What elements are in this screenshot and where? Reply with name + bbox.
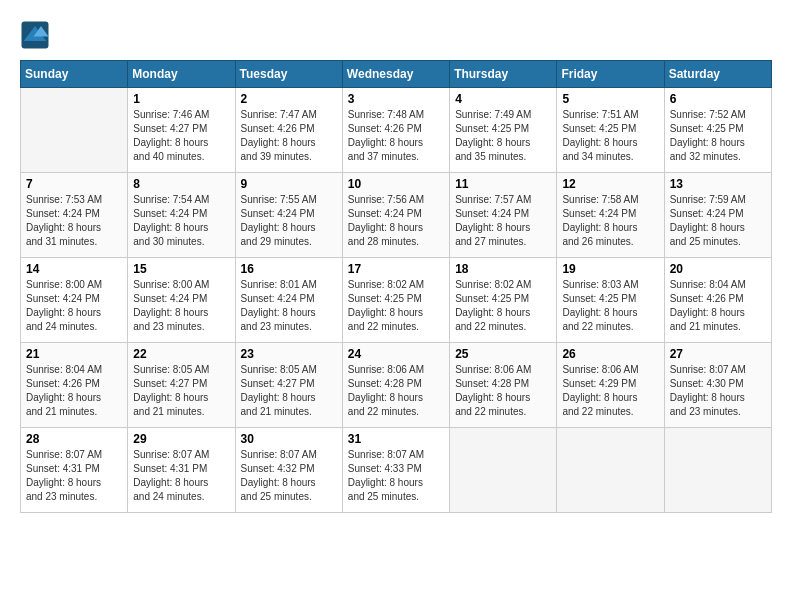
day-number: 16 <box>241 262 337 276</box>
day-info: Sunrise: 7:47 AM Sunset: 4:26 PM Dayligh… <box>241 108 337 164</box>
weekday-header-wednesday: Wednesday <box>342 61 449 88</box>
day-number: 18 <box>455 262 551 276</box>
calendar-cell: 5Sunrise: 7:51 AM Sunset: 4:25 PM Daylig… <box>557 88 664 173</box>
day-info: Sunrise: 7:46 AM Sunset: 4:27 PM Dayligh… <box>133 108 229 164</box>
day-info: Sunrise: 8:07 AM Sunset: 4:31 PM Dayligh… <box>133 448 229 504</box>
day-number: 25 <box>455 347 551 361</box>
calendar-cell: 18Sunrise: 8:02 AM Sunset: 4:25 PM Dayli… <box>450 258 557 343</box>
day-info: Sunrise: 8:02 AM Sunset: 4:25 PM Dayligh… <box>348 278 444 334</box>
calendar-week-1: 1Sunrise: 7:46 AM Sunset: 4:27 PM Daylig… <box>21 88 772 173</box>
day-number: 29 <box>133 432 229 446</box>
day-info: Sunrise: 8:01 AM Sunset: 4:24 PM Dayligh… <box>241 278 337 334</box>
calendar-cell <box>557 428 664 513</box>
day-info: Sunrise: 8:02 AM Sunset: 4:25 PM Dayligh… <box>455 278 551 334</box>
weekday-header-sunday: Sunday <box>21 61 128 88</box>
day-number: 21 <box>26 347 122 361</box>
calendar-cell: 16Sunrise: 8:01 AM Sunset: 4:24 PM Dayli… <box>235 258 342 343</box>
calendar-body: 1Sunrise: 7:46 AM Sunset: 4:27 PM Daylig… <box>21 88 772 513</box>
day-info: Sunrise: 8:06 AM Sunset: 4:28 PM Dayligh… <box>348 363 444 419</box>
calendar-header-row: SundayMondayTuesdayWednesdayThursdayFrid… <box>21 61 772 88</box>
day-info: Sunrise: 8:04 AM Sunset: 4:26 PM Dayligh… <box>26 363 122 419</box>
calendar-cell: 14Sunrise: 8:00 AM Sunset: 4:24 PM Dayli… <box>21 258 128 343</box>
day-info: Sunrise: 7:52 AM Sunset: 4:25 PM Dayligh… <box>670 108 766 164</box>
day-number: 11 <box>455 177 551 191</box>
day-info: Sunrise: 8:07 AM Sunset: 4:33 PM Dayligh… <box>348 448 444 504</box>
logo <box>20 20 54 50</box>
day-number: 28 <box>26 432 122 446</box>
calendar: SundayMondayTuesdayWednesdayThursdayFrid… <box>20 60 772 513</box>
calendar-cell: 24Sunrise: 8:06 AM Sunset: 4:28 PM Dayli… <box>342 343 449 428</box>
day-info: Sunrise: 8:00 AM Sunset: 4:24 PM Dayligh… <box>26 278 122 334</box>
day-info: Sunrise: 7:53 AM Sunset: 4:24 PM Dayligh… <box>26 193 122 249</box>
day-info: Sunrise: 7:57 AM Sunset: 4:24 PM Dayligh… <box>455 193 551 249</box>
calendar-cell: 25Sunrise: 8:06 AM Sunset: 4:28 PM Dayli… <box>450 343 557 428</box>
day-number: 6 <box>670 92 766 106</box>
day-info: Sunrise: 8:00 AM Sunset: 4:24 PM Dayligh… <box>133 278 229 334</box>
day-info: Sunrise: 8:06 AM Sunset: 4:28 PM Dayligh… <box>455 363 551 419</box>
calendar-cell: 11Sunrise: 7:57 AM Sunset: 4:24 PM Dayli… <box>450 173 557 258</box>
day-info: Sunrise: 7:49 AM Sunset: 4:25 PM Dayligh… <box>455 108 551 164</box>
calendar-cell: 15Sunrise: 8:00 AM Sunset: 4:24 PM Dayli… <box>128 258 235 343</box>
calendar-cell: 23Sunrise: 8:05 AM Sunset: 4:27 PM Dayli… <box>235 343 342 428</box>
calendar-cell: 19Sunrise: 8:03 AM Sunset: 4:25 PM Dayli… <box>557 258 664 343</box>
calendar-cell: 10Sunrise: 7:56 AM Sunset: 4:24 PM Dayli… <box>342 173 449 258</box>
calendar-cell: 28Sunrise: 8:07 AM Sunset: 4:31 PM Dayli… <box>21 428 128 513</box>
day-number: 19 <box>562 262 658 276</box>
calendar-cell <box>21 88 128 173</box>
calendar-cell: 1Sunrise: 7:46 AM Sunset: 4:27 PM Daylig… <box>128 88 235 173</box>
weekday-header-friday: Friday <box>557 61 664 88</box>
day-info: Sunrise: 7:51 AM Sunset: 4:25 PM Dayligh… <box>562 108 658 164</box>
day-number: 24 <box>348 347 444 361</box>
day-number: 5 <box>562 92 658 106</box>
day-number: 3 <box>348 92 444 106</box>
weekday-header-saturday: Saturday <box>664 61 771 88</box>
calendar-week-5: 28Sunrise: 8:07 AM Sunset: 4:31 PM Dayli… <box>21 428 772 513</box>
day-number: 14 <box>26 262 122 276</box>
calendar-cell: 12Sunrise: 7:58 AM Sunset: 4:24 PM Dayli… <box>557 173 664 258</box>
day-number: 26 <box>562 347 658 361</box>
day-number: 1 <box>133 92 229 106</box>
day-number: 13 <box>670 177 766 191</box>
weekday-header-monday: Monday <box>128 61 235 88</box>
day-info: Sunrise: 8:06 AM Sunset: 4:29 PM Dayligh… <box>562 363 658 419</box>
calendar-cell <box>664 428 771 513</box>
day-number: 10 <box>348 177 444 191</box>
day-info: Sunrise: 7:56 AM Sunset: 4:24 PM Dayligh… <box>348 193 444 249</box>
weekday-header-tuesday: Tuesday <box>235 61 342 88</box>
calendar-cell: 30Sunrise: 8:07 AM Sunset: 4:32 PM Dayli… <box>235 428 342 513</box>
calendar-cell: 22Sunrise: 8:05 AM Sunset: 4:27 PM Dayli… <box>128 343 235 428</box>
day-number: 8 <box>133 177 229 191</box>
logo-icon <box>20 20 50 50</box>
day-number: 15 <box>133 262 229 276</box>
day-number: 12 <box>562 177 658 191</box>
day-info: Sunrise: 7:59 AM Sunset: 4:24 PM Dayligh… <box>670 193 766 249</box>
day-info: Sunrise: 8:03 AM Sunset: 4:25 PM Dayligh… <box>562 278 658 334</box>
day-number: 27 <box>670 347 766 361</box>
calendar-cell: 29Sunrise: 8:07 AM Sunset: 4:31 PM Dayli… <box>128 428 235 513</box>
day-number: 22 <box>133 347 229 361</box>
calendar-cell: 2Sunrise: 7:47 AM Sunset: 4:26 PM Daylig… <box>235 88 342 173</box>
day-info: Sunrise: 8:05 AM Sunset: 4:27 PM Dayligh… <box>241 363 337 419</box>
calendar-cell: 17Sunrise: 8:02 AM Sunset: 4:25 PM Dayli… <box>342 258 449 343</box>
calendar-cell: 4Sunrise: 7:49 AM Sunset: 4:25 PM Daylig… <box>450 88 557 173</box>
day-info: Sunrise: 7:54 AM Sunset: 4:24 PM Dayligh… <box>133 193 229 249</box>
calendar-cell: 26Sunrise: 8:06 AM Sunset: 4:29 PM Dayli… <box>557 343 664 428</box>
day-info: Sunrise: 8:04 AM Sunset: 4:26 PM Dayligh… <box>670 278 766 334</box>
calendar-cell: 3Sunrise: 7:48 AM Sunset: 4:26 PM Daylig… <box>342 88 449 173</box>
page-header <box>20 20 772 50</box>
calendar-cell: 13Sunrise: 7:59 AM Sunset: 4:24 PM Dayli… <box>664 173 771 258</box>
day-number: 23 <box>241 347 337 361</box>
day-info: Sunrise: 7:58 AM Sunset: 4:24 PM Dayligh… <box>562 193 658 249</box>
calendar-cell <box>450 428 557 513</box>
day-number: 9 <box>241 177 337 191</box>
calendar-week-3: 14Sunrise: 8:00 AM Sunset: 4:24 PM Dayli… <box>21 258 772 343</box>
calendar-cell: 9Sunrise: 7:55 AM Sunset: 4:24 PM Daylig… <box>235 173 342 258</box>
day-number: 2 <box>241 92 337 106</box>
day-number: 7 <box>26 177 122 191</box>
day-info: Sunrise: 8:07 AM Sunset: 4:31 PM Dayligh… <box>26 448 122 504</box>
calendar-cell: 31Sunrise: 8:07 AM Sunset: 4:33 PM Dayli… <box>342 428 449 513</box>
day-info: Sunrise: 8:05 AM Sunset: 4:27 PM Dayligh… <box>133 363 229 419</box>
calendar-cell: 27Sunrise: 8:07 AM Sunset: 4:30 PM Dayli… <box>664 343 771 428</box>
calendar-cell: 21Sunrise: 8:04 AM Sunset: 4:26 PM Dayli… <box>21 343 128 428</box>
day-number: 4 <box>455 92 551 106</box>
